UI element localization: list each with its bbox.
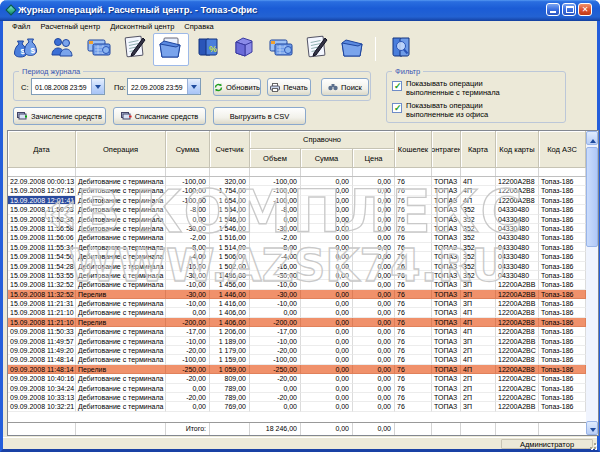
filter-cell[interactable] bbox=[432, 168, 461, 176]
col-header-operation[interactable]: Операция bbox=[76, 131, 166, 168]
col-header-card-code[interactable]: Код карты bbox=[496, 131, 539, 168]
col-header-date[interactable]: Дата bbox=[8, 131, 76, 168]
table-row[interactable]: 15.09.2008 11:32:52Перелив-30,001 446,00… bbox=[8, 290, 586, 299]
credit-funds-button[interactable]: Зачисление средств bbox=[13, 107, 106, 125]
print-button[interactable]: Печать bbox=[267, 78, 311, 96]
filter-cell[interactable] bbox=[166, 168, 210, 176]
cards-office-icon bbox=[268, 34, 294, 64]
filter-cell[interactable] bbox=[539, 168, 586, 176]
cell-wallet: 76 bbox=[395, 280, 432, 289]
close-button[interactable]: ✕ bbox=[578, 3, 592, 16]
col-header-ref-sum[interactable]: Сумма bbox=[301, 149, 353, 168]
toolbar-button-journal[interactable] bbox=[117, 33, 153, 65]
table-row[interactable]: 09.09.2008 10:32:21Дебитование с термина… bbox=[8, 402, 586, 411]
scroll-up-icon[interactable] bbox=[586, 131, 598, 145]
table-row[interactable]: 22.09.2008 00:00:13Дебитование с термина… bbox=[8, 177, 586, 186]
date-to-dropdown-icon[interactable] bbox=[187, 79, 200, 94]
table-row[interactable]: 15.09.2008 12:07:15Дебитование с термина… bbox=[8, 186, 586, 195]
filter-cell[interactable] bbox=[210, 168, 250, 176]
cell-sum: -20,00 bbox=[166, 393, 210, 402]
toolbar-button-documents-office[interactable] bbox=[335, 33, 371, 65]
filter-cell[interactable] bbox=[76, 168, 166, 176]
table-row[interactable]: 09.09.2008 10:34:24Дебитование с термина… bbox=[8, 384, 586, 393]
col-header-volume[interactable]: Объем bbox=[250, 149, 301, 168]
cell-card-code: 12200A2B8 bbox=[496, 365, 539, 374]
table-row[interactable]: 09.09.2008 11:48:14Дебитование с термина… bbox=[8, 355, 586, 364]
table-row[interactable]: 09.09.2008 11:48:14Перелив-250,001 059,0… bbox=[8, 365, 586, 374]
cell-volume: 0,00 bbox=[250, 402, 301, 411]
table-row[interactable]: 15.09.2008 11:59:23Дебитование с термина… bbox=[8, 205, 586, 214]
refresh-button[interactable]: Обновить bbox=[213, 78, 261, 96]
table-row[interactable]: 09.09.2008 10:33:13Дебитование с термина… bbox=[8, 393, 586, 402]
resize-grip[interactable] bbox=[588, 441, 596, 449]
table-row[interactable]: 09.09.2008 11:49:20Дебитование с термина… bbox=[8, 346, 586, 355]
menu-settlement-center[interactable]: Расчетный центр bbox=[35, 22, 105, 31]
table-row[interactable]: 15.09.2008 11:21:10Дебитование с термина… bbox=[8, 308, 586, 317]
toolbar-button-journal-office[interactable] bbox=[299, 33, 335, 65]
filter-cell[interactable] bbox=[395, 168, 432, 176]
col-header-wallet[interactable]: Кошелек bbox=[395, 131, 432, 168]
toolbar-button-documents-folder[interactable] bbox=[153, 33, 189, 66]
table-row[interactable]: 15.09.2008 11:56:58Дебитование с термина… bbox=[8, 224, 586, 233]
debit-funds-button[interactable]: Списание средств bbox=[113, 107, 206, 125]
table-row[interactable]: 15.09.2008 11:56:06Дебитование с термина… bbox=[8, 233, 586, 242]
cell-date: 09.09.2008 10:40:16 bbox=[8, 374, 76, 383]
date-to-combobox[interactable]: 22.09.2008 23:59 bbox=[127, 78, 201, 95]
table-row[interactable]: 15.09.2008 12:01:41Дебитование с термина… bbox=[8, 196, 586, 205]
cell-ref-sum: 0,00 bbox=[301, 402, 353, 411]
toolbar-button-reference-book[interactable] bbox=[383, 33, 419, 65]
table-row[interactable]: 15.09.2008 11:21:31Дебитование с термина… bbox=[8, 299, 586, 308]
cell-volume: 0,00 bbox=[250, 384, 301, 393]
scrollbar-thumb[interactable] bbox=[586, 147, 598, 247]
table-row[interactable]: 09.09.2008 10:40:16Дебитование с термина… bbox=[8, 374, 586, 383]
toolbar-button-tariffs-book[interactable]: % bbox=[190, 33, 226, 65]
maximize-button[interactable] bbox=[562, 3, 576, 16]
minimize-button[interactable] bbox=[546, 3, 560, 16]
filter-cell[interactable] bbox=[496, 168, 539, 176]
table-row[interactable]: 09.09.2008 11:50:33Дебитование с термина… bbox=[8, 327, 586, 336]
table-row[interactable]: 15.09.2008 11:54:28Дебитование с термина… bbox=[8, 262, 586, 271]
cell-contragent: ТОПАЗ bbox=[432, 308, 461, 317]
filter-cell[interactable] bbox=[353, 168, 395, 176]
table-filter-row[interactable] bbox=[8, 168, 586, 177]
col-header-price[interactable]: Цена bbox=[353, 149, 395, 168]
col-header-card[interactable]: Карта bbox=[461, 131, 496, 168]
filter-cell[interactable] bbox=[461, 168, 496, 176]
scroll-down-icon[interactable] bbox=[586, 421, 598, 435]
table-row[interactable]: 09.09.2008 11:49:57Дебитование с термина… bbox=[8, 337, 586, 346]
toolbar-button-cards-office[interactable] bbox=[263, 33, 299, 65]
show-terminal-ops-label: Показывать операции выполненные с термин… bbox=[406, 80, 518, 97]
search-button[interactable]: Поиск bbox=[321, 78, 369, 96]
date-from-combobox[interactable]: 01.08.2008 23:59 bbox=[31, 78, 105, 95]
toolbar-button-terminals[interactable] bbox=[226, 33, 262, 65]
table-row[interactable]: 15.09.2008 11:58:36Дебитование с термина… bbox=[8, 215, 586, 224]
toolbar-button-cards[interactable] bbox=[81, 33, 117, 65]
table-row[interactable]: 15.09.2008 11:21:10Перелив-200,001 406,0… bbox=[8, 318, 586, 327]
cell-operation: Дебитование с терминала bbox=[76, 299, 166, 308]
toolbar-button-clients[interactable] bbox=[44, 33, 80, 65]
filter-cell[interactable] bbox=[301, 168, 353, 176]
col-header-contragent[interactable]: Контрагент bbox=[432, 131, 461, 168]
col-header-sum[interactable]: Сумма bbox=[166, 131, 210, 168]
export-csv-button[interactable]: Выгрузить в CSV bbox=[213, 107, 306, 125]
table-row[interactable]: 15.09.2008 11:55:34Дебитование с термина… bbox=[8, 243, 586, 252]
cell-contragent: ТОПАЗ bbox=[432, 243, 461, 252]
show-terminal-ops-checkbox[interactable] bbox=[392, 81, 402, 91]
cell-price: 0,00 bbox=[353, 196, 395, 205]
table-row[interactable]: 15.09.2008 11:32:52Дебитование с термина… bbox=[8, 280, 586, 289]
menu-help[interactable]: Справка bbox=[179, 22, 218, 31]
filter-cell[interactable] bbox=[250, 168, 301, 176]
cell-contragent: ТОПАЗ bbox=[432, 393, 461, 402]
table-row[interactable]: 15.09.2008 11:53:55Дебитование с термина… bbox=[8, 271, 586, 280]
vertical-scrollbar[interactable] bbox=[586, 131, 598, 435]
col-header-azs-code[interactable]: Код АЗС bbox=[539, 131, 586, 168]
date-from-dropdown-icon[interactable] bbox=[91, 79, 104, 94]
menu-file[interactable]: Файл bbox=[7, 22, 35, 31]
menu-discount-center[interactable]: Дисконтный центр bbox=[105, 22, 179, 31]
col-header-counter[interactable]: Счетчик bbox=[210, 131, 250, 168]
show-office-ops-checkbox[interactable] bbox=[392, 103, 402, 113]
toolbar-button-money-bags[interactable]: $$ bbox=[8, 33, 44, 65]
cell-date: 22.09.2008 00:00:13 bbox=[8, 177, 76, 186]
table-row[interactable]: 15.09.2008 11:54:50Дебитование с термина… bbox=[8, 252, 586, 261]
filter-cell[interactable] bbox=[8, 168, 76, 176]
